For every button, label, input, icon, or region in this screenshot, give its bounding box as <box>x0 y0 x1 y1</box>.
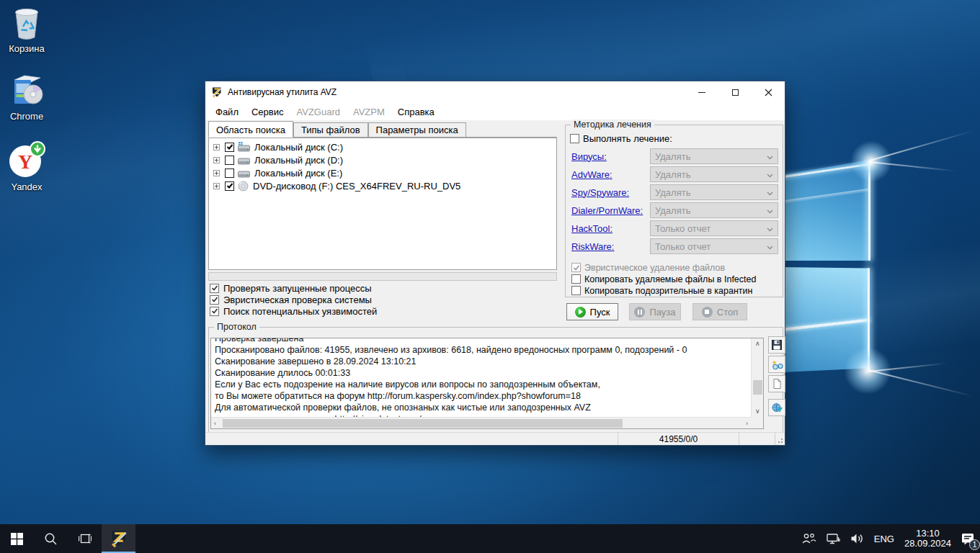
menu-file[interactable]: Файл <box>209 104 245 120</box>
action-center-button[interactable]: 1 <box>956 524 980 553</box>
scroll-left-icon[interactable]: ‹ <box>214 421 216 427</box>
checkbox[interactable] <box>225 143 234 152</box>
tree-item-disk-c[interactable]: Локальный диск (C:) <box>209 140 556 153</box>
start-button[interactable]: Пуск <box>566 303 618 320</box>
option-vulnerability-search[interactable]: Поиск потенциальных уязвимостей <box>210 305 377 317</box>
treatment-row-spyware: Spy/Spyware: Удалять <box>571 184 778 200</box>
tab-search-params[interactable]: Параметры поиска <box>368 122 466 137</box>
clock[interactable]: 13:10 28.09.2024 <box>899 524 956 553</box>
play-icon <box>575 307 586 318</box>
pause-button: Пауза <box>629 303 681 320</box>
scroll-down-icon[interactable]: ∨ <box>755 408 760 415</box>
menu-service[interactable]: Сервис <box>245 104 290 120</box>
status-panel-empty <box>739 433 775 445</box>
tree-item-disk-e[interactable]: Локальный диск (E:) <box>209 166 556 179</box>
tree-item-label: Локальный диск (D:) <box>254 155 343 166</box>
start-button-taskbar[interactable] <box>0 524 34 553</box>
expand-icon[interactable] <box>213 144 220 150</box>
chevron-down-icon <box>767 187 773 198</box>
status-bar: 41955/0/0 <box>205 432 785 445</box>
treatment-row-advware: AdvWare: Удалять <box>571 166 778 182</box>
checkbox[interactable] <box>571 286 581 295</box>
chevron-down-icon <box>767 151 773 162</box>
chevron-down-icon <box>767 169 773 180</box>
scan-progress-bar <box>208 272 557 281</box>
checkbox[interactable] <box>225 156 234 165</box>
chevron-down-icon <box>767 241 773 252</box>
treatment-row-hacktool: HackTool: Только отчет <box>571 220 778 236</box>
vertical-scrollbar[interactable]: ∧ ∨ <box>751 338 763 417</box>
scroll-up-icon[interactable]: ∧ <box>755 341 760 347</box>
checkbox[interactable] <box>225 168 234 178</box>
pause-icon <box>634 307 645 318</box>
view-log-button[interactable] <box>768 356 785 373</box>
protocol-log[interactable]: Проверка завершена Просканировано файлов… <box>210 338 764 429</box>
tree-item-disk-d[interactable]: Локальный диск (D:) <box>209 153 556 166</box>
desktop-icon-chrome-setup[interactable]: Chrome <box>4 71 49 122</box>
network-button[interactable] <box>821 524 845 553</box>
tab-strip: Область поиска Типы файлов Параметры пои… <box>208 122 557 138</box>
task-view-button[interactable] <box>68 524 102 553</box>
save-log-button[interactable] <box>768 336 785 354</box>
expand-icon[interactable] <box>213 157 220 163</box>
dialer-link[interactable]: Dialer/PornWare: <box>571 205 643 216</box>
checkbox[interactable] <box>210 295 219 305</box>
riskware-link[interactable]: RiskWare: <box>571 241 614 252</box>
spyware-link[interactable]: Spy/Spyware: <box>571 187 629 198</box>
option-copy-suspicious-quarantine[interactable]: Копировать подозрительные в карантин <box>571 285 752 296</box>
desktop-icon-recycle-bin[interactable]: Корзина <box>4 3 49 54</box>
titlebar[interactable]: Антивирусная утилита AVZ <box>205 81 785 103</box>
expand-icon[interactable] <box>213 170 220 176</box>
wallpaper-pane-highlight <box>783 189 870 204</box>
tab-search-area[interactable]: Область поиска <box>208 121 293 138</box>
search-button[interactable] <box>34 524 68 553</box>
wallpaper-ray <box>870 130 974 161</box>
avz-window: Антивирусная утилита AVZ Файл Сервис AVZ… <box>205 81 785 446</box>
checkbox[interactable] <box>571 274 581 284</box>
web-service-button[interactable] <box>768 399 785 416</box>
option-copy-deleted-infected[interactable]: Копировать удаляемые файлы в Infected <box>571 274 756 284</box>
menu-avzguard: AVZGuard <box>290 104 347 120</box>
people-button[interactable] <box>796 524 821 553</box>
volume-button[interactable] <box>845 524 869 553</box>
expand-icon[interactable] <box>213 183 220 189</box>
desktop-icon-yandex[interactable]: Y Yandex <box>4 141 49 192</box>
stop-icon <box>702 307 713 318</box>
language-indicator[interactable]: ENG <box>869 524 899 553</box>
riskware-action-select: Только отчет <box>650 238 778 254</box>
hacktool-link[interactable]: HackTool: <box>571 223 612 234</box>
floppy-save-icon <box>771 339 783 351</box>
wallpaper-pane-highlight <box>783 318 870 331</box>
scrollbar-thumb[interactable] <box>753 380 762 395</box>
scroll-right-icon[interactable]: › <box>746 421 748 427</box>
dvd-disc-icon <box>238 181 249 192</box>
minimize-button[interactable] <box>685 81 718 103</box>
advware-link[interactable]: AdvWare: <box>571 169 612 180</box>
avz-app-icon <box>110 529 128 548</box>
clear-log-button[interactable] <box>768 375 785 392</box>
menu-help[interactable]: Справка <box>391 104 441 120</box>
time: 13:10 <box>916 529 940 539</box>
tab-file-types[interactable]: Типы файлов <box>293 122 368 137</box>
option-heuristic-check[interactable]: Эвристическая проверка системы <box>210 294 372 305</box>
tree-item-label: Локальный диск (C:) <box>254 142 343 153</box>
viruses-link[interactable]: Вирусы: <box>571 151 607 162</box>
taskbar-item-avz[interactable] <box>102 524 135 553</box>
close-button[interactable] <box>752 81 785 103</box>
option-check-processes[interactable]: Проверять запущенные процессы <box>210 282 372 294</box>
wallpaper-ray <box>868 369 974 397</box>
perform-treatment-option[interactable]: Выполнять лечение: <box>570 133 672 144</box>
checkbox[interactable] <box>225 181 234 191</box>
maximize-button[interactable] <box>718 81 752 103</box>
checkbox[interactable] <box>210 284 219 293</box>
log-text[interactable]: Проверка завершена Просканировано файлов… <box>211 338 751 417</box>
horizontal-scrollbar[interactable]: ‹ › <box>211 417 751 428</box>
scrollbar-thumb[interactable] <box>223 419 623 428</box>
drive-tree[interactable]: Локальный диск (C:) Локальный диск (D:) <box>208 138 557 270</box>
status-panel-empty <box>205 433 618 445</box>
resize-grip[interactable] <box>775 433 785 445</box>
checkbox[interactable] <box>570 134 579 143</box>
tree-item-dvd-f[interactable]: DVD-дисковод (F:) CES_X64FREV_RU-RU_DV5 <box>209 179 556 192</box>
software-box-cd-icon <box>4 71 49 109</box>
checkbox[interactable] <box>210 307 219 316</box>
